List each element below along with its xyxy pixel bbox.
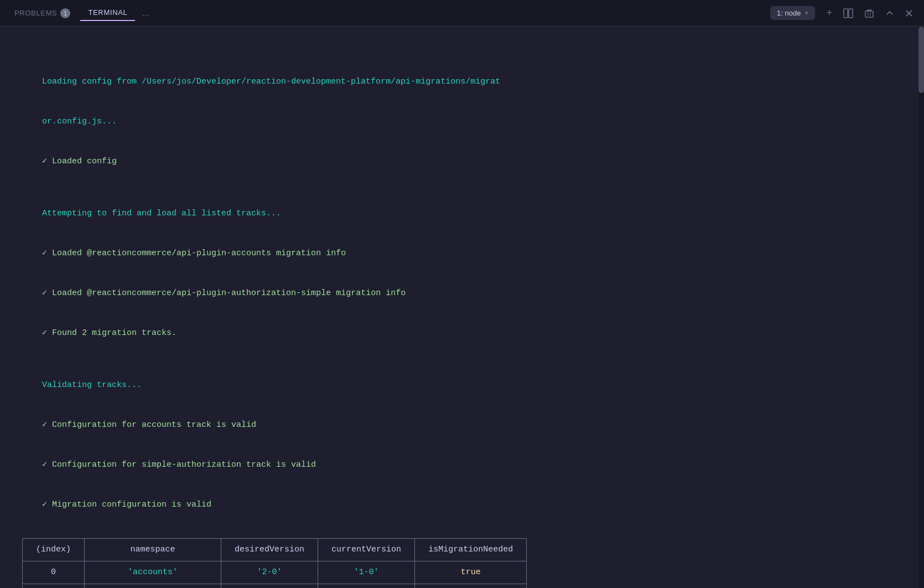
chevron-down-icon: ▾ bbox=[805, 9, 808, 17]
svg-rect-2 bbox=[865, 11, 873, 17]
terminal-line-6: ✓ Loaded @reactioncommerce/api-plugin-au… bbox=[22, 274, 902, 313]
col-index: (index) bbox=[23, 539, 85, 561]
tab-problems-label: PROBLEMS bbox=[14, 9, 57, 17]
cell-desired-0: '2-0' bbox=[221, 561, 318, 584]
delete-terminal-button[interactable] bbox=[860, 6, 879, 20]
terminal-line-7: ✓ Found 2 migration tracks. bbox=[22, 313, 902, 353]
add-terminal-button[interactable]: + bbox=[822, 5, 837, 21]
col-is-migration-needed: isMigrationNeeded bbox=[415, 539, 527, 561]
close-panel-button[interactable] bbox=[901, 7, 917, 19]
svg-rect-1 bbox=[849, 9, 853, 18]
col-namespace: namespace bbox=[85, 539, 221, 561]
scrollbar-track bbox=[918, 27, 924, 588]
terminal-line-11: ✓ Migration configuration is valid bbox=[22, 485, 902, 525]
migration-data-table: (index) namespace desiredVersion current… bbox=[22, 538, 527, 588]
cell-current-0: '1-0' bbox=[318, 561, 415, 584]
table-row: 0 'accounts' '2-0' '1-0' true bbox=[23, 561, 527, 584]
cell-namespace-1: 'simple-authorization' bbox=[85, 584, 221, 589]
tab-problems[interactable]: PROBLEMS 1 bbox=[7, 5, 78, 22]
terminal-line-5: ✓ Loaded @reactioncommerce/api-plugin-ac… bbox=[22, 234, 902, 274]
tab-more-button[interactable]: ... bbox=[137, 6, 153, 20]
cell-current-1: '4-0' bbox=[318, 584, 415, 589]
collapse-panel-button[interactable] bbox=[881, 7, 899, 20]
tab-bar: PROBLEMS 1 TERMINAL ... 1: node ▾ + bbox=[0, 0, 924, 27]
cell-index-0: 0 bbox=[23, 561, 85, 584]
table-header-row: (index) namespace desiredVersion current… bbox=[23, 539, 527, 561]
terminal-line-9: ✓ Configuration for accounts track is va… bbox=[22, 405, 902, 445]
terminal-line-1: Loading config from /Users/jos/Developer… bbox=[22, 62, 902, 102]
problems-badge: 1 bbox=[60, 8, 70, 18]
tab-terminal[interactable]: TERMINAL bbox=[80, 5, 135, 21]
terminal-line-2: or.config.js... bbox=[22, 102, 902, 142]
cell-index-1: 1 bbox=[23, 584, 85, 589]
cell-desired-1: '5-0' bbox=[221, 584, 318, 589]
col-current-version: currentVersion bbox=[318, 539, 415, 561]
terminal-line-8: Validating tracks... bbox=[22, 365, 902, 405]
scrollbar-thumb[interactable] bbox=[918, 27, 924, 93]
terminal-instance-dropdown[interactable]: 1: node ▾ bbox=[770, 6, 815, 20]
col-desired-version: desiredVersion bbox=[221, 539, 318, 561]
svg-rect-0 bbox=[844, 9, 848, 18]
terminal-output: Loading config from /Users/jos/Developer… bbox=[0, 27, 924, 588]
migration-table: (index) namespace desiredVersion current… bbox=[22, 538, 902, 588]
cell-migration-1: true bbox=[415, 584, 527, 589]
terminal-line-10: ✓ Configuration for simple-authorization… bbox=[22, 445, 902, 485]
table-row: 1 'simple-authorization' '5-0' '4-0' tru… bbox=[23, 584, 527, 589]
terminal-instance-label: 1: node bbox=[777, 9, 801, 17]
tab-terminal-label: TERMINAL bbox=[88, 8, 127, 17]
cell-namespace-0: 'accounts' bbox=[85, 561, 221, 584]
split-terminal-button[interactable] bbox=[839, 6, 858, 20]
terminal-line-3: ✓ Loaded config bbox=[22, 142, 902, 182]
tab-actions: + bbox=[822, 5, 917, 21]
terminal-line-4: Attempting to find and load all listed t… bbox=[22, 194, 902, 234]
cell-migration-0: true bbox=[415, 561, 527, 584]
